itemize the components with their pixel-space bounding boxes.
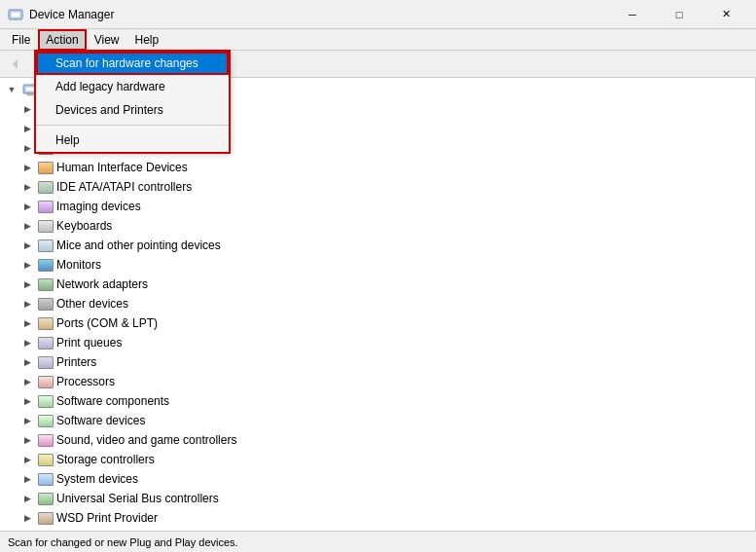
tree-item-system-devices[interactable]: ▶ System devices [0, 469, 755, 489]
root-chevron: ▼ [4, 82, 19, 97]
chevron-network-adapters: ▶ [19, 276, 35, 292]
icon-storage-controllers [38, 452, 54, 467]
icon-mice [38, 238, 54, 253]
chevron-wsd-print: ▶ [19, 510, 35, 526]
icon-processors [38, 374, 54, 389]
tree-item-sound-video[interactable]: ▶ Sound, video and game controllers [0, 430, 755, 450]
label-monitors: Monitors [56, 258, 101, 272]
tree-item-storage-controllers[interactable]: ▶ Storage controllers [0, 450, 755, 469]
label-other-devices: Other devices [56, 297, 128, 311]
icon-human-interface [38, 160, 54, 175]
label-software-components: Software components [56, 394, 169, 408]
chevron-ports: ▶ [19, 315, 35, 331]
chevron-print-queues: ▶ [19, 335, 35, 350]
menu-view[interactable]: View [87, 29, 127, 51]
tree-item-mice[interactable]: ▶ Mice and other pointing devices [0, 236, 755, 255]
icon-other-devices [38, 296, 54, 312]
chevron-firmware: ▶ [19, 140, 35, 156]
dropdown-printers[interactable]: Devices and Printers [36, 98, 229, 122]
tree-item-ports[interactable]: ▶ Ports (COM & LPT) [0, 313, 755, 333]
label-imaging-devices: Imaging devices [56, 200, 141, 213]
tree-item-imaging-devices[interactable]: ▶ Imaging devices [0, 197, 755, 216]
dropdown-help[interactable]: Help [36, 129, 229, 152]
icon-software-components [38, 393, 54, 409]
tree-item-software-components[interactable]: ▶ Software components [0, 391, 755, 411]
tree-item-processors[interactable]: ▶ Processors [0, 372, 755, 391]
tree-item-universal-serial-bus[interactable]: ▶ Universal Serial Bus controllers [0, 489, 755, 508]
label-wsd-print: WSD Print Provider [56, 511, 158, 525]
tree-item-printers[interactable]: ▶ Printers [0, 352, 755, 372]
chevron-storage-controllers: ▶ [19, 452, 35, 467]
svg-rect-1 [11, 12, 20, 18]
icon-system-devices [38, 471, 54, 487]
label-network-adapters: Network adapters [56, 277, 148, 291]
chevron-ide-controllers: ▶ [19, 179, 35, 195]
window-controls: ─ □ ✕ [610, 0, 748, 29]
chevron-keyboards: ▶ [19, 218, 35, 234]
chevron-display-adapters: ▶ [19, 121, 35, 136]
chevron-system-devices: ▶ [19, 471, 35, 487]
icon-software-devices [38, 413, 54, 428]
back-button[interactable] [4, 54, 27, 75]
icon-imaging-devices [38, 199, 54, 214]
menu-file[interactable]: File [4, 29, 38, 51]
label-printers: Printers [56, 355, 96, 369]
chevron-monitors: ▶ [19, 257, 35, 273]
tree-item-ide-controllers[interactable]: ▶ IDE ATA/ATAPI controllers [0, 177, 755, 197]
chevron-disk-drives: ▶ [19, 101, 35, 117]
tree-item-print-queues[interactable]: ▶ Print queues [0, 333, 755, 352]
icon-monitors [38, 257, 54, 273]
svg-rect-13 [27, 93, 33, 95]
chevron-mice: ▶ [19, 238, 35, 253]
chevron-imaging-devices: ▶ [19, 199, 35, 214]
dropdown-legacy[interactable]: Add legacy hardware [36, 75, 229, 98]
icon-printers [38, 354, 54, 370]
icon-network-adapters [38, 276, 54, 292]
tree-item-monitors[interactable]: ▶ Monitors [0, 255, 755, 275]
chevron-sound-video: ▶ [19, 432, 35, 448]
status-bar: Scan for changed or new Plug and Play de… [0, 531, 756, 552]
minimize-button[interactable]: ─ [610, 0, 655, 29]
label-keyboards: Keyboards [56, 219, 112, 233]
label-processors: Processors [56, 375, 115, 388]
chevron-processors: ▶ [19, 374, 35, 389]
maximize-button[interactable]: □ [657, 0, 702, 29]
menu-help[interactable]: Help [127, 29, 167, 51]
close-button[interactable]: ✕ [703, 0, 748, 29]
label-software-devices: Software devices [56, 414, 145, 427]
tree-item-wsd-print[interactable]: ▶ WSD Print Provider [0, 508, 755, 528]
title-bar: Device Manager ─ □ ✕ [0, 0, 756, 29]
label-storage-controllers: Storage controllers [56, 453, 155, 466]
chevron-software-components: ▶ [19, 393, 35, 409]
tree-item-human-interface[interactable]: ▶ Human Interface Devices [0, 158, 755, 177]
label-ports: Ports (COM & LPT) [56, 316, 158, 330]
action-dropdown: Scan for hardware changes Add legacy har… [35, 51, 230, 153]
icon-sound-video [38, 432, 54, 448]
label-system-devices: System devices [56, 472, 138, 486]
svg-rect-12 [25, 87, 35, 92]
status-text: Scan for changed or new Plug and Play de… [8, 536, 238, 548]
label-print-queues: Print queues [56, 336, 122, 350]
icon-ports [38, 315, 54, 331]
icon-print-queues [38, 335, 54, 350]
tree-item-keyboards[interactable]: ▶ Keyboards [0, 216, 755, 236]
app-icon [8, 7, 23, 22]
window-title: Device Manager [29, 8, 610, 21]
svg-marker-2 [13, 59, 18, 69]
label-mice: Mice and other pointing devices [56, 239, 221, 252]
dropdown-scan[interactable]: Scan for hardware changes [36, 52, 229, 75]
chevron-printers: ▶ [19, 354, 35, 370]
label-sound-video: Sound, video and game controllers [56, 433, 236, 447]
tree-item-software-devices[interactable]: ▶ Software devices [0, 411, 755, 430]
menu-action[interactable]: Action [38, 29, 86, 51]
menu-bar: File Action View Help Scan for hardware … [0, 29, 756, 51]
icon-universal-serial-bus [38, 491, 54, 506]
label-ide-controllers: IDE ATA/ATAPI controllers [56, 180, 192, 194]
icon-ide-controllers [38, 179, 54, 195]
chevron-other-devices: ▶ [19, 296, 35, 312]
label-human-interface: Human Interface Devices [56, 161, 188, 174]
tree-item-network-adapters[interactable]: ▶ Network adapters [0, 275, 755, 294]
icon-wsd-print [38, 510, 54, 526]
chevron-human-interface: ▶ [19, 160, 35, 175]
tree-item-other-devices[interactable]: ▶ Other devices [0, 294, 755, 313]
